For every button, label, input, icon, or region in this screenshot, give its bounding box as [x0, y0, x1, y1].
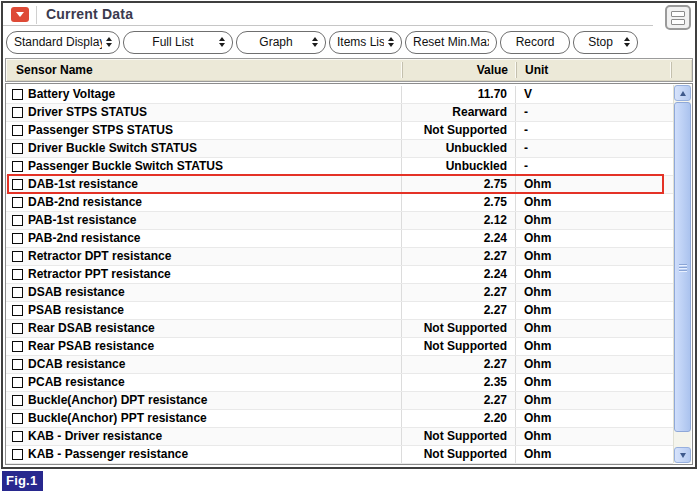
row-checkbox[interactable]	[12, 377, 23, 388]
sensor-value-cell: Not Supported	[402, 428, 516, 445]
sensor-value-cell: 2.35	[402, 374, 516, 391]
row-checkbox[interactable]	[12, 251, 23, 262]
sensor-unit-cell: Ohm	[516, 266, 673, 283]
scrollbar-thumb[interactable]	[674, 102, 691, 432]
toolbar-button-reset-min-max[interactable]: Reset Min.Max.	[405, 31, 497, 54]
column-header-unit[interactable]: Unit	[516, 62, 671, 78]
row-checkbox[interactable]	[12, 431, 23, 442]
table-row[interactable]: Buckle(Anchor) PPT resistance2.20Ohm	[6, 410, 673, 428]
sensor-unit-cell: Ohm	[516, 392, 673, 409]
sensor-value-cell: Not Supported	[402, 122, 516, 139]
sensor-value-cell: 2.75	[402, 176, 516, 193]
toolbar-button-graph[interactable]: Graph	[236, 31, 326, 54]
table-row[interactable]: Driver Buckle Switch STATUSUnbuckled-	[6, 140, 673, 158]
column-header-sensor-name[interactable]: Sensor Name	[6, 63, 402, 77]
table-row[interactable]: DAB-2nd resistance2.75Ohm	[6, 194, 673, 212]
column-header-value[interactable]: Value	[402, 62, 516, 78]
scroll-up-button[interactable]	[674, 85, 691, 101]
sensor-value-cell: 2.27	[402, 392, 516, 409]
sensor-value-cell: Rearward	[402, 104, 516, 121]
toolbar-button-stop[interactable]: Stop	[573, 31, 638, 54]
sensor-unit-cell: Ohm	[516, 248, 673, 265]
table-row[interactable]: Retractor DPT resistance2.27Ohm	[6, 248, 673, 266]
row-checkbox[interactable]	[12, 323, 23, 334]
table-row[interactable]: Driver STPS STATUSRearward-	[6, 104, 673, 122]
table-row[interactable]: Passenger STPS STATUSNot Supported-	[6, 122, 673, 140]
table-row[interactable]: DSAB resistance2.27Ohm	[6, 284, 673, 302]
row-checkbox[interactable]	[12, 179, 23, 190]
row-checkbox[interactable]	[12, 287, 23, 298]
vertical-scrollbar[interactable]	[673, 85, 691, 463]
sensor-value-cell: 2.24	[402, 230, 516, 247]
sensor-unit-cell: Ohm	[516, 302, 673, 319]
sensor-name-cell: Driver STPS STATUS	[28, 104, 402, 121]
sensor-name-cell: Retractor DPT resistance	[28, 248, 402, 265]
row-checkbox[interactable]	[12, 305, 23, 316]
sensor-value-cell: 2.27	[402, 248, 516, 265]
table-row[interactable]: DCAB resistance2.27Ohm	[6, 356, 673, 374]
toolbar-button-label: Standard Display	[14, 35, 102, 49]
table-row[interactable]: PCAB resistance2.35Ohm	[6, 374, 673, 392]
sensor-unit-cell: Ohm	[516, 410, 673, 427]
toolbar-button-full-list[interactable]: Full List	[123, 31, 233, 54]
table-row[interactable]: Rear DSAB resistanceNot SupportedOhm	[6, 320, 673, 338]
sensor-unit-cell: Ohm	[516, 194, 673, 211]
sensor-value-cell: 2.27	[402, 284, 516, 301]
sensor-unit-cell: Ohm	[516, 446, 673, 463]
row-checkbox[interactable]	[12, 215, 23, 226]
table-row[interactable]: KAB - Driver resistanceNot SupportedOhm	[6, 428, 673, 446]
table-row[interactable]: Retractor PPT resistance2.24Ohm	[6, 266, 673, 284]
sensor-name-cell: Battery Voltage	[28, 86, 402, 103]
row-checkbox[interactable]	[12, 395, 23, 406]
table-row[interactable]: Passenger Buckle Switch STATUSUnbuckled-	[6, 158, 673, 176]
row-checkbox[interactable]	[12, 413, 23, 424]
sensor-unit-cell: Ohm	[516, 212, 673, 229]
table-row[interactable]: PSAB resistance2.27Ohm	[6, 302, 673, 320]
toolbar-button-items-list[interactable]: Items List	[329, 31, 402, 54]
restore-window-icon[interactable]	[665, 5, 691, 30]
figure-label: Fig.1	[2, 471, 43, 491]
window-menu-icon[interactable]	[11, 7, 29, 22]
toolbar-button-standard-display[interactable]: Standard Display	[6, 31, 120, 54]
scroll-down-button[interactable]	[674, 447, 691, 463]
row-checkbox[interactable]	[12, 269, 23, 280]
row-checkbox[interactable]	[12, 107, 23, 118]
sensor-value-cell: 2.27	[402, 302, 516, 319]
row-checkbox[interactable]	[12, 89, 23, 100]
toolbar-button-label: Items List	[337, 35, 384, 49]
row-checkbox[interactable]	[12, 359, 23, 370]
sensor-name-cell: DAB-1st resistance	[28, 176, 402, 193]
sensor-value-cell: 2.75	[402, 194, 516, 211]
titlebar-rule	[3, 25, 653, 26]
sensor-name-cell: DAB-2nd resistance	[28, 194, 402, 211]
row-checkbox[interactable]	[12, 341, 23, 352]
row-checkbox[interactable]	[12, 197, 23, 208]
table-row[interactable]: Rear PSAB resistanceNot SupportedOhm	[6, 338, 673, 356]
sensor-value-cell: Not Supported	[402, 338, 516, 355]
row-checkbox[interactable]	[12, 143, 23, 154]
sensor-name-cell: Rear DSAB resistance	[28, 320, 402, 337]
sensor-unit-cell: V	[516, 86, 673, 103]
sensor-unit-cell: Ohm	[516, 284, 673, 301]
table-row[interactable]: DAB-1st resistance2.75Ohm	[6, 176, 673, 194]
updown-arrows-icon	[624, 37, 630, 47]
table-row[interactable]: Buckle(Anchor) DPT resistance2.27Ohm	[6, 392, 673, 410]
scrollbar-grip-icon	[679, 267, 687, 268]
table-row[interactable]: PAB-1st resistance2.12Ohm	[6, 212, 673, 230]
sensor-unit-cell: Ohm	[516, 374, 673, 391]
window-title: Current Data	[46, 6, 133, 22]
sensor-unit-cell: -	[516, 158, 673, 175]
sensor-value-cell: Not Supported	[402, 320, 516, 337]
table-row[interactable]: KAB - Passenger resistanceNot SupportedO…	[6, 446, 673, 464]
titlebar-divider	[36, 6, 37, 24]
row-checkbox[interactable]	[12, 125, 23, 136]
table-row[interactable]: PAB-2nd resistance2.24Ohm	[6, 230, 673, 248]
toolbar-button-record[interactable]: Record	[500, 31, 570, 54]
row-checkbox[interactable]	[12, 161, 23, 172]
row-checkbox[interactable]	[12, 449, 23, 460]
row-checkbox[interactable]	[12, 233, 23, 244]
sensor-name-cell: DSAB resistance	[28, 284, 402, 301]
table-row[interactable]: Battery Voltage11.70V	[6, 86, 673, 104]
scrollbar-grip-icon	[679, 264, 687, 265]
sensor-name-cell: PAB-2nd resistance	[28, 230, 402, 247]
